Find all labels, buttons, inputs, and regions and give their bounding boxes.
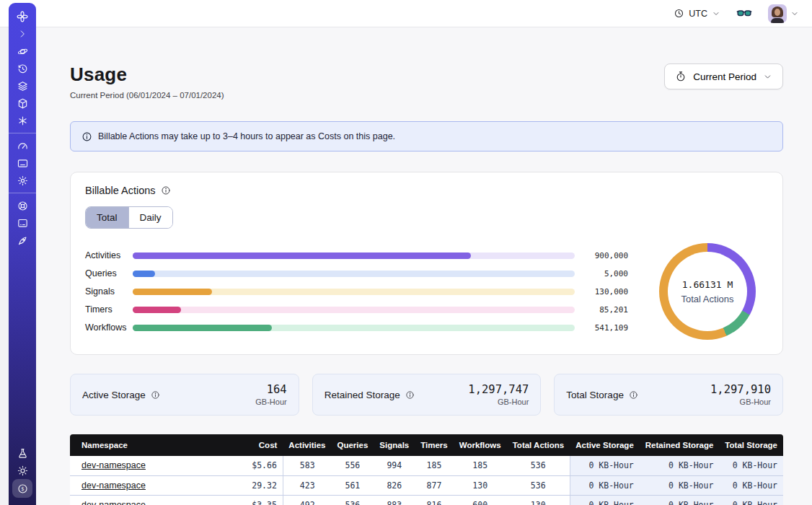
namespace-link[interactable]: dev-namespace: [81, 480, 146, 491]
usage-gauge-icon[interactable]: [12, 137, 32, 154]
cell-cost: 29.32: [234, 475, 283, 495]
bar-value: 5,000: [575, 269, 628, 278]
clock-icon: [674, 8, 684, 19]
donut-center-label: Total Actions: [681, 294, 734, 304]
getting-started-rocket-icon[interactable]: [12, 232, 32, 249]
expand-chevron-icon[interactable]: [12, 25, 32, 43]
namespace-usage-table: Namespace Cost Activities Queries Signal…: [70, 434, 783, 505]
bar-row-signals: Signals 130,000: [85, 283, 628, 301]
cell-timers: 816: [415, 495, 454, 505]
support-lifebuoy-icon[interactable]: [12, 197, 32, 214]
col-queries: Queries: [332, 434, 374, 456]
table-row: dev-namespace $3.35 492 536 883 816 600 …: [70, 495, 783, 505]
cell-timers: 877: [415, 475, 454, 495]
col-active-storage: Active Storage: [570, 434, 640, 456]
storage-card-value: 1,297,747: [468, 383, 529, 396]
feedback-console-icon[interactable]: [12, 214, 32, 232]
retained-storage-card: Retained Storage 1,297,747 GB-Hour: [312, 374, 542, 416]
bar-track: [133, 271, 575, 277]
storage-card-value: 164: [255, 383, 286, 396]
billable-actions-bar-chart: Activities 900,000 Queries 5,000 Signals…: [85, 247, 628, 337]
cell-queries: 536: [332, 495, 374, 505]
storage-card-label: Retained Storage: [325, 390, 400, 400]
storage-card-value: 1,297,910: [710, 383, 771, 396]
history-icon[interactable]: [12, 60, 32, 77]
bar-label: Signals: [85, 286, 133, 297]
glasses-icon[interactable]: [736, 8, 752, 19]
cell-activities: 423: [283, 475, 331, 495]
storage-card-unit: GB-Hour: [468, 398, 529, 406]
col-total-actions: Total Actions: [507, 434, 570, 456]
info-icon[interactable]: [629, 390, 638, 400]
cell-signals: 826: [374, 475, 415, 495]
settings-gear-icon[interactable]: [12, 172, 32, 189]
col-retained-storage: Retained Storage: [640, 434, 720, 456]
bar-track: [133, 307, 575, 313]
info-icon: [81, 131, 92, 142]
cell-active-storage: 0 KB-Hour: [570, 495, 640, 505]
namespace-link[interactable]: dev-namespace: [81, 500, 146, 505]
cell-queries: 561: [332, 475, 374, 495]
timezone-label: UTC: [689, 9, 707, 19]
info-icon[interactable]: [161, 185, 171, 196]
bar-value: 130,000: [575, 287, 628, 297]
cell-timers: 185: [415, 456, 454, 475]
donut-center-value: 1.66131 M: [681, 279, 734, 290]
view-toggle: Total Daily: [85, 206, 173, 229]
banner-text: Billable Actions may take up to 3–4 hour…: [98, 131, 395, 141]
table-row: dev-namespace 29.32 423 561 826 877 130 …: [70, 475, 783, 495]
storage-summary-row: Active Storage 164 GB-Hour Retained Stor…: [70, 374, 783, 416]
svg-text:$: $: [21, 486, 24, 492]
bar-track: [133, 252, 575, 259]
cell-retained-storage: 0 KB-Hour: [640, 475, 720, 495]
cell-total-actions: 536: [507, 475, 570, 495]
billing-card-icon[interactable]: [12, 154, 32, 172]
bar-track: [133, 325, 575, 331]
namespaces-icon[interactable]: [12, 43, 32, 60]
info-icon[interactable]: [405, 390, 415, 400]
cell-total-storage: 0 KB-Hour: [719, 456, 783, 475]
cell-activities: 492: [283, 495, 331, 505]
cell-total-storage: 0 KB-Hour: [719, 475, 783, 495]
tab-total[interactable]: Total: [86, 207, 128, 228]
deployments-cube-icon[interactable]: [12, 95, 32, 112]
nav-rail: $: [9, 3, 36, 505]
rail-divider: [9, 133, 36, 133]
chevron-down-icon: [712, 9, 720, 18]
timezone-selector[interactable]: UTC: [674, 8, 720, 19]
info-banner: Billable Actions may take up to 3–4 hour…: [70, 121, 783, 152]
namespace-link[interactable]: dev-namespace: [81, 460, 146, 470]
period-button-label: Current Period: [693, 71, 756, 82]
cell-workflows: 130: [454, 475, 507, 495]
cell-signals: 883: [374, 495, 415, 505]
temporal-logo[interactable]: [12, 8, 32, 25]
layers-icon[interactable]: [12, 77, 32, 95]
col-workflows: Workflows: [454, 434, 507, 456]
labs-flask-icon[interactable]: [12, 444, 32, 462]
col-signals: Signals: [374, 434, 415, 456]
col-activities: Activities: [283, 434, 331, 456]
credits-dollar-icon[interactable]: $: [12, 479, 32, 498]
cell-signals: 994: [374, 456, 415, 475]
nexus-asterisk-icon[interactable]: [12, 112, 32, 129]
cell-total-actions: 536: [507, 456, 570, 475]
col-total-storage: Total Storage: [719, 434, 783, 456]
cell-total-actions: 130: [507, 495, 570, 505]
storage-card-label: Active Storage: [82, 390, 146, 400]
billable-actions-card: Billable Actions Total Daily Activities …: [70, 172, 783, 355]
info-icon[interactable]: [151, 390, 160, 400]
avatar: [768, 4, 787, 23]
main-content: Usage Current Period (06/01/2024 – 07/01…: [36, 27, 812, 505]
bar-row-queries: Queries 5,000: [85, 265, 628, 283]
tab-daily[interactable]: Daily: [128, 207, 172, 228]
account-menu[interactable]: [768, 4, 799, 23]
page-subtitle: Current Period (06/01/2024 – 07/01/2024): [70, 91, 224, 100]
bar-value: 541,109: [575, 323, 628, 333]
bar-value: 85,201: [575, 305, 628, 315]
period-selector-button[interactable]: Current Period: [664, 63, 783, 89]
theme-sun-icon[interactable]: [12, 462, 32, 479]
cell-active-storage: 0 KB-Hour: [570, 456, 640, 475]
col-cost: Cost: [234, 434, 283, 456]
cell-activities: 583: [283, 456, 331, 475]
bar-value: 900,000: [575, 251, 628, 260]
